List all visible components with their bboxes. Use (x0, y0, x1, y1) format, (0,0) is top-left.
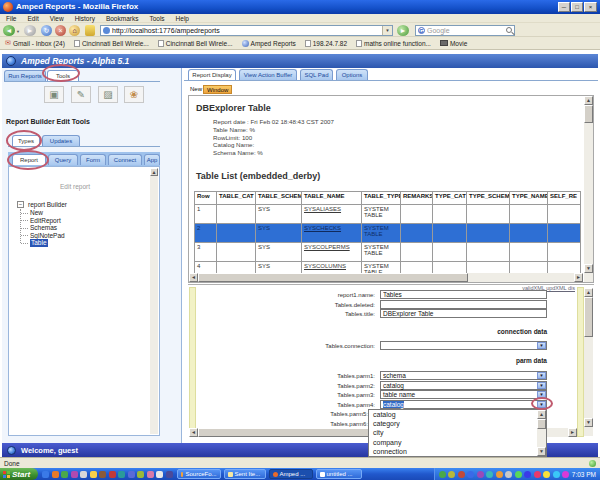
start-button[interactable]: Start (0, 468, 38, 480)
task-amped-active[interactable]: Amped ... (269, 469, 313, 479)
quick-launch-icon[interactable] (128, 471, 135, 478)
quick-launch-icon[interactable] (71, 471, 78, 478)
tab-connect[interactable]: Connect (108, 154, 142, 165)
tree-scrollbar[interactable] (150, 168, 158, 434)
edit-tool-icon[interactable]: ✎ (71, 86, 91, 103)
home-icon[interactable]: ⌂ (69, 25, 80, 36)
col-type-cat[interactable]: TYPE_CAT (433, 192, 467, 205)
bookmark-amped-reports[interactable]: Amped Reports (242, 40, 296, 47)
quick-launch-icon[interactable] (166, 471, 173, 478)
parm3-combo[interactable]: table name (380, 390, 547, 399)
col-table-schem[interactable]: TABLE_SCHEM (256, 192, 302, 205)
bookmark-ip[interactable]: 198.24.7.82 (305, 40, 347, 47)
parm1-combo[interactable]: schema (380, 371, 547, 380)
menu-history[interactable]: History (75, 15, 95, 22)
tray-icon[interactable] (562, 471, 569, 478)
scroll-thumb[interactable] (537, 419, 546, 429)
col-type-schem[interactable]: TYPE_SCHEM (467, 192, 510, 205)
col-table-cat[interactable]: TABLE_CAT (217, 192, 256, 205)
tray-icon[interactable] (477, 471, 484, 478)
table-name-link[interactable]: SYSCOLPERMS (304, 244, 350, 250)
tray-icon[interactable] (467, 471, 474, 478)
quick-launch-icon[interactable] (42, 471, 49, 478)
combo-dropdown-icon[interactable]: ▼ (537, 372, 546, 379)
table-row[interactable]: 1 SYS SYSALIASES SYSTEM TABLE (195, 205, 581, 224)
tray-icon[interactable] (543, 471, 550, 478)
quick-launch-icon[interactable] (109, 471, 116, 478)
forward-icon[interactable]: ► (24, 25, 36, 36)
quick-launch-icon[interactable] (137, 471, 144, 478)
minimize-button[interactable]: ─ (558, 2, 570, 12)
tab-updates[interactable]: Updates (42, 135, 80, 146)
menu-file[interactable]: File (6, 15, 16, 22)
bookmark-gmail[interactable]: ✉Gmail - Inbox (24) (5, 39, 65, 47)
tray-icon[interactable] (458, 471, 465, 478)
quick-launch-icon[interactable] (80, 471, 87, 478)
tree-item-table[interactable]: Table (30, 239, 48, 247)
tree-item-editreport[interactable]: EditReport (30, 217, 61, 225)
tab-options[interactable]: Options (336, 69, 368, 80)
menu-tools[interactable]: Tools (149, 15, 164, 22)
col-self-re[interactable]: SELF_RE (548, 192, 581, 205)
tab-query[interactable]: Query (48, 154, 78, 165)
bookmark-cincinnati-1[interactable]: Cincinnati Bell Wirele... (74, 40, 149, 47)
scroll-up-icon[interactable]: ▲ (537, 410, 546, 419)
task-sent-items[interactable]: Sent Ite... (224, 469, 266, 479)
col-remarks[interactable]: REMARKS (401, 192, 433, 205)
table-name-link[interactable]: SYSCHECKS (304, 225, 341, 231)
option-company[interactable]: company (369, 438, 546, 447)
combo-dropdown-icon[interactable]: ▼ (537, 382, 546, 389)
scroll-right-icon[interactable]: ► (568, 428, 577, 437)
tray-icon[interactable] (515, 471, 522, 478)
table-name-link[interactable]: SYSCOLUMNS (304, 263, 346, 269)
maximize-button[interactable]: □ (571, 2, 583, 12)
tree-expander-icon[interactable]: − (17, 201, 24, 208)
table-name-link[interactable]: SYSALIASES (304, 206, 341, 212)
tray-icon[interactable] (524, 471, 531, 478)
new-label[interactable]: New (190, 86, 202, 92)
tray-icon[interactable] (448, 471, 455, 478)
scroll-thumb[interactable] (584, 105, 593, 123)
tree-item-new[interactable]: New (30, 209, 43, 217)
back-icon[interactable]: ◄ (3, 25, 15, 36)
reload-icon[interactable]: ↻ (41, 25, 52, 36)
bookmark-movie[interactable]: Movie (440, 40, 467, 47)
scroll-left-icon[interactable]: ◄ (189, 273, 198, 282)
image-tool-icon[interactable]: ▣ (44, 86, 64, 103)
quick-launch-icon[interactable] (90, 471, 97, 478)
scroll-up-icon[interactable]: ▲ (584, 288, 593, 297)
magnifier-icon[interactable] (506, 27, 512, 33)
tree-item-schemas[interactable]: Schemas (30, 224, 57, 232)
scroll-down-icon[interactable]: ▼ (584, 264, 593, 273)
connection-combo[interactable] (380, 341, 547, 350)
close-button[interactable]: × (584, 2, 597, 12)
picture-tool-icon[interactable]: ▨ (98, 86, 118, 103)
scroll-up-icon[interactable]: ▲ (584, 96, 593, 105)
parm4-combo[interactable]: catalog (380, 400, 547, 409)
scroll-down-icon[interactable]: ▼ (537, 447, 546, 456)
option-catalog[interactable]: catalog (369, 410, 546, 419)
table-row[interactable]: 3 SYS SYSCOLPERMS SYSTEM TABLE (195, 243, 581, 262)
scroll-right-icon[interactable]: ► (574, 273, 583, 282)
quick-launch-icon[interactable] (147, 471, 154, 478)
col-table-type[interactable]: TABLE_TYPE (362, 192, 401, 205)
tray-icon[interactable] (534, 471, 541, 478)
quick-launch-icon[interactable] (61, 471, 68, 478)
go-icon[interactable]: ► (397, 25, 409, 36)
menu-help[interactable]: Help (176, 15, 189, 22)
tree-root[interactable]: report Builder (28, 201, 67, 209)
report-vscrollbar[interactable] (584, 96, 593, 282)
col-table-name[interactable]: TABLE_NAME (302, 192, 362, 205)
menu-view[interactable]: View (50, 15, 64, 22)
bookmark-maths[interactable]: maths online function... (356, 40, 431, 47)
table-row[interactable]: 4 SYS SYSCOLUMNS SYSTEM TABLE (195, 262, 581, 274)
tray-icon[interactable] (486, 471, 493, 478)
title-input[interactable] (380, 309, 547, 318)
option-category[interactable]: category (369, 419, 546, 428)
palette-tool-icon[interactable]: ❀ (124, 86, 144, 103)
col-row[interactable]: Row (195, 192, 217, 205)
tray-icon[interactable] (553, 471, 560, 478)
quick-launch-icon[interactable] (156, 471, 163, 478)
search-field[interactable]: G Google (415, 25, 515, 36)
window-highlight-label[interactable]: Window (203, 85, 232, 94)
